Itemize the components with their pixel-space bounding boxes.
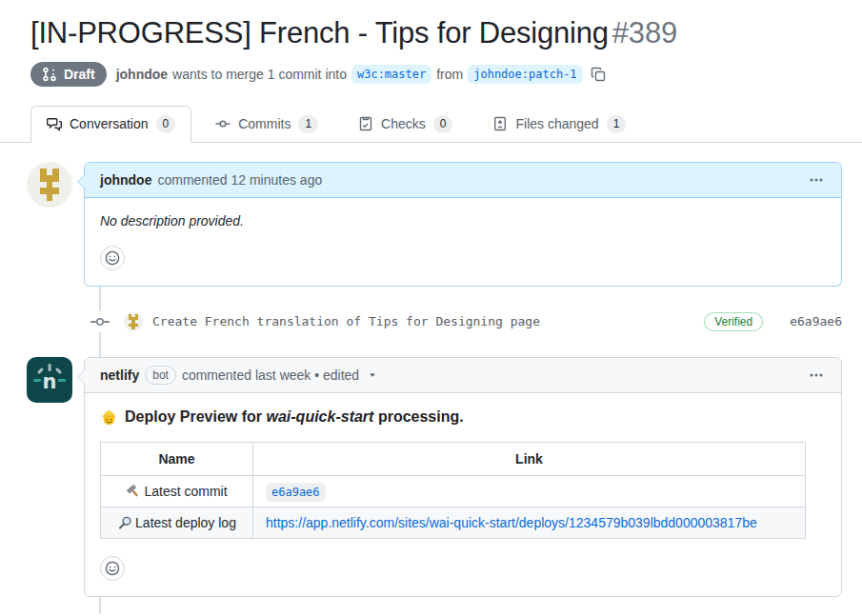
tab-conversation[interactable]: Conversation 0 (30, 106, 191, 143)
svg-text:n: n (43, 369, 57, 392)
commit-message-link[interactable]: Create French translation of Tips for De… (152, 314, 540, 328)
comment-header: netlify bot commented last week • edited (85, 358, 841, 393)
construction-worker-icon (100, 408, 118, 427)
commit-sha-link[interactable]: e6a9ae6 (790, 314, 842, 328)
avatar-netlify[interactable]: n (27, 357, 72, 403)
deploy-table-header-row: Name Link (101, 442, 806, 475)
comment-discussion-icon (47, 116, 62, 131)
comment-meta: commented last week • edited (182, 368, 359, 383)
tab-counter: 0 (433, 115, 453, 133)
magnifier-icon (117, 515, 132, 530)
pr-tab-nav: Conversation 0 Commits 1 Checks 0 (0, 106, 862, 143)
comment-netlify: n netlify bot commented last week • edit… (27, 357, 842, 597)
pr-title-text: [IN-PROGRESS] French - Tips for Designin… (30, 16, 609, 50)
table-row-latest-deploy-log: Latest deploy log https://app.netlify.co… (101, 507, 806, 538)
checklist-icon (358, 116, 373, 131)
kebab-menu-icon[interactable] (807, 170, 826, 189)
deploy-heading-text: Deploy Preview for wai-quick-start proce… (125, 408, 464, 426)
merge-text-2: from (436, 67, 463, 82)
smiley-icon (105, 250, 120, 266)
git-commit-icon (215, 116, 231, 131)
pr-number: #389 (612, 16, 677, 50)
commit-author-avatar[interactable] (124, 312, 143, 331)
comment-header: johndoe commented 12 minutes ago (85, 163, 841, 198)
deploy-table-header-name: Name (101, 442, 253, 475)
comment-box: netlify bot commented last week • edited (84, 357, 842, 597)
edit-history-caret-icon[interactable] (367, 369, 378, 381)
tab-files-changed[interactable]: Files changed 1 (476, 106, 642, 143)
tab-label: Checks (381, 116, 426, 131)
tab-label: Files changed (515, 116, 598, 131)
table-row-latest-commit: Latest commit e6a9ae6 (101, 475, 806, 507)
base-branch-label[interactable]: w3c:master (351, 65, 431, 84)
draft-badge-label: Draft (64, 67, 95, 82)
tab-label: Conversation (70, 116, 149, 131)
table-cell-name: Latest deploy log (101, 507, 253, 538)
copy-branch-icon[interactable] (591, 67, 606, 82)
deploy-site-name: wai-quick-start (267, 408, 374, 425)
tab-commits[interactable]: Commits 1 (199, 106, 334, 143)
comment-author-link[interactable]: netlify (100, 368, 139, 383)
git-commit-icon (90, 311, 110, 332)
timeline-connector (99, 597, 101, 614)
tab-checks[interactable]: Checks 0 (342, 106, 469, 143)
pr-author-link[interactable]: johndoe (116, 67, 168, 82)
comment-body: Deploy Preview for wai-quick-start proce… (85, 393, 841, 596)
pr-header: [IN-PROGRESS] French - Tips for Designin… (0, 0, 862, 87)
verified-badge[interactable]: Verified (704, 312, 763, 331)
page-title: [IN-PROGRESS] French - Tips for Designin… (30, 15, 832, 52)
add-reaction-button[interactable] (100, 246, 125, 270)
deploy-table-header-link: Link (253, 442, 806, 475)
bot-badge[interactable]: bot (145, 366, 176, 385)
deploy-table: Name Link (100, 442, 806, 539)
add-reaction-button[interactable] (100, 556, 125, 581)
pr-meta-row: Draft johndoe wants to merge 1 commit in… (30, 62, 832, 87)
deploy-preview-heading: Deploy Preview for wai-quick-start proce… (100, 408, 826, 427)
head-branch-label[interactable]: johndoe:patch-1 (468, 65, 582, 84)
table-cell-link: https://app.netlify.com/sites/wai-quick-… (253, 507, 806, 538)
commit-row: Create French translation of Tips for De… (27, 311, 842, 332)
table-cell-link: e6a9ae6 (253, 475, 806, 507)
merge-text-1: wants to merge 1 commit into (172, 67, 347, 82)
merge-summary: johndoe wants to merge 1 commit into w3c… (116, 65, 606, 84)
deploy-log-url-link[interactable]: https://app.netlify.com/sites/wai-quick-… (266, 515, 757, 530)
tab-counter: 0 (156, 115, 176, 133)
comment-johndoe: johndoe commented 12 minutes ago No desc… (27, 162, 842, 287)
comment-box: johndoe commented 12 minutes ago No desc… (84, 162, 842, 287)
hammer-icon (126, 484, 141, 499)
file-diff-icon (492, 116, 508, 131)
comment-author-link[interactable]: johndoe (100, 172, 151, 188)
smiley-icon (105, 561, 120, 576)
commit-section: Create French translation of Tips for De… (27, 287, 842, 357)
latest-commit-sha-link[interactable]: e6a9ae6 (266, 483, 326, 502)
avatar-johndoe[interactable] (27, 162, 72, 208)
tab-label: Commits (238, 116, 291, 131)
comment-meta: commented 12 minutes ago (157, 172, 322, 188)
pr-timeline: johndoe commented 12 minutes ago No desc… (27, 162, 842, 614)
tab-counter: 1 (298, 115, 318, 133)
git-pull-request-draft-icon (42, 67, 57, 82)
netlify-logo-icon: n (27, 357, 72, 403)
comment-body: No description provided. (85, 198, 841, 286)
no-description-text: No description provided. (100, 213, 826, 229)
tab-counter: 1 (607, 115, 627, 133)
table-cell-name: Latest commit (101, 475, 253, 507)
kebab-menu-icon[interactable] (807, 366, 826, 385)
draft-badge: Draft (30, 62, 107, 87)
